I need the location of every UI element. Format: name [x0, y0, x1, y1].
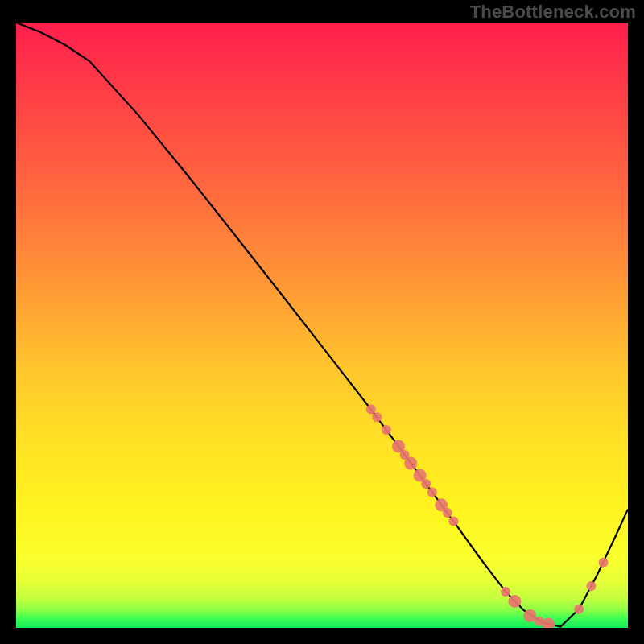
plot-area: [16, 23, 628, 628]
data-point: [501, 587, 510, 597]
data-point: [574, 605, 584, 614]
data-point: [443, 508, 452, 518]
data-point: [448, 517, 458, 526]
data-point: [508, 595, 521, 608]
bottleneck-curve: [16, 23, 628, 627]
data-point: [586, 581, 596, 591]
data-point: [404, 457, 417, 470]
chart-overlay: [16, 23, 628, 628]
chart-frame: TheBottleneck.com: [0, 0, 644, 644]
data-point: [366, 405, 376, 415]
data-point: [542, 618, 555, 629]
data-point: [427, 488, 437, 497]
watermark-text: TheBottleneck.com: [470, 2, 636, 23]
data-point: [372, 412, 382, 422]
data-point: [599, 558, 609, 568]
scatter-points: [366, 405, 609, 629]
data-point: [382, 425, 391, 435]
data-point: [421, 479, 431, 489]
